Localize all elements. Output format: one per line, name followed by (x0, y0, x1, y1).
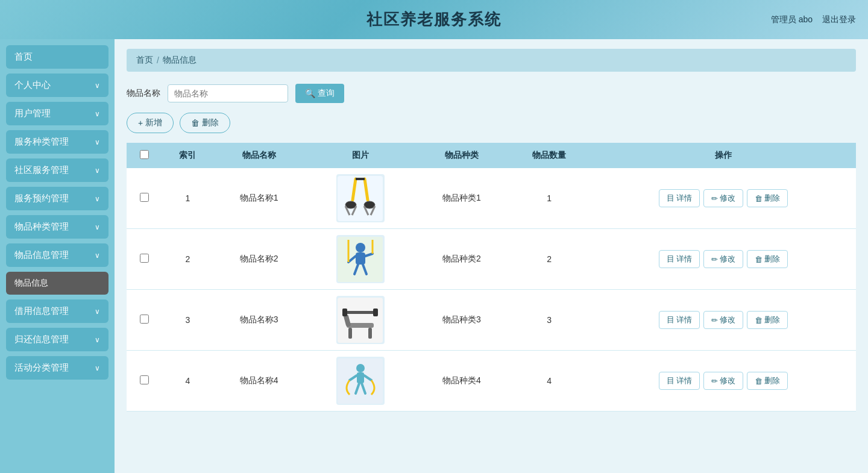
table-row: 4 物品名称4 物品种类4 4 目 详情 (127, 351, 856, 412)
chevron-down-icon: ∨ (95, 110, 100, 118)
sidebar-item-community-service[interactable]: 社区服务管理 ∨ (6, 158, 108, 182)
edit-button[interactable]: ✏ 修改 (703, 372, 743, 390)
col-category: 物品种类 (416, 143, 508, 168)
product-image (336, 357, 385, 405)
sidebar-item-label: 个人中心 (14, 80, 51, 91)
app-title: 社区养老服务系统 (366, 9, 502, 30)
chevron-down-icon: ∨ (95, 223, 100, 231)
chevron-down-icon: ∨ (95, 307, 100, 316)
sidebar-item-service-booking[interactable]: 服务预约管理 ∨ (6, 187, 108, 210)
row-delete-button[interactable]: 🗑 删除 (747, 372, 788, 390)
svg-rect-25 (342, 309, 347, 316)
sidebar-item-label: 首页 (14, 51, 33, 63)
search-bar: 物品名称 🔍 查询 (127, 84, 856, 103)
row-delete-button[interactable]: 🗑 删除 (747, 311, 788, 329)
svg-point-28 (356, 364, 365, 372)
edit-icon: ✏ (711, 194, 718, 203)
row-checkbox-cell (127, 290, 162, 351)
row-checkbox[interactable] (140, 193, 149, 202)
detail-label: 详情 (676, 193, 692, 204)
sidebar-item-return-info[interactable]: 归还信息管理 ∨ (6, 328, 108, 351)
detail-button[interactable]: 目 详情 (659, 250, 700, 268)
row-name: 物品名称1 (213, 168, 305, 229)
chevron-down-icon: ∨ (95, 166, 100, 175)
detail-button[interactable]: 目 详情 (659, 189, 700, 207)
delete-label: 删除 (202, 117, 219, 128)
sidebar-item-user-mgmt[interactable]: 用户管理 ∨ (6, 102, 108, 125)
sidebar-item-label: 社区服务管理 (14, 164, 69, 176)
add-label: 新增 (145, 117, 162, 128)
detail-button[interactable]: 目 详情 (659, 311, 700, 329)
row-image-cell (305, 351, 416, 412)
row-checkbox[interactable] (140, 375, 149, 384)
user-label: 管理员 abo (771, 14, 813, 25)
add-button[interactable]: + 新增 (127, 113, 174, 133)
edit-button[interactable]: ✏ 修改 (703, 250, 743, 268)
edit-button[interactable]: ✏ 修改 (703, 311, 743, 329)
edit-button[interactable]: ✏ 修改 (703, 189, 743, 207)
sidebar-item-personal[interactable]: 个人中心 ∨ (6, 74, 108, 97)
trash-icon: 🗑 (755, 377, 763, 386)
svg-rect-20 (347, 323, 374, 328)
sidebar-item-label: 服务种类管理 (14, 136, 69, 148)
row-actions-cell: 目 详情 ✏ 修改 🗑 删除 (591, 290, 856, 351)
edit-icon: ✏ (711, 255, 718, 264)
batch-delete-button[interactable]: 🗑 删除 (180, 113, 230, 133)
row-name: 物品名称2 (213, 229, 305, 290)
sidebar-sub-item-item-info[interactable]: 物品信息 (6, 272, 108, 295)
product-image (336, 235, 385, 283)
col-actions: 操作 (591, 143, 856, 168)
select-all-checkbox[interactable] (140, 150, 149, 159)
sidebar-item-home[interactable]: 首页 (6, 45, 108, 69)
row-delete-label: 删除 (764, 254, 780, 265)
edit-icon: ✏ (711, 316, 718, 325)
svg-rect-12 (356, 252, 365, 265)
main-layout: 首页 个人中心 ∨ 用户管理 ∨ 服务种类管理 ∨ 社区服务管理 ∨ 服务预约管… (0, 39, 868, 473)
row-quantity: 1 (508, 168, 591, 229)
sidebar-item-label: 借用信息管理 (14, 305, 69, 317)
breadcrumb-separator: / (157, 55, 159, 65)
trash-icon: 🗑 (755, 316, 763, 325)
row-delete-button[interactable]: 🗑 删除 (747, 250, 788, 268)
row-checkbox[interactable] (140, 254, 149, 263)
add-icon: + (138, 118, 143, 128)
sidebar-item-borrow-info[interactable]: 借用信息管理 ∨ (6, 299, 108, 323)
chevron-down-icon: ∨ (95, 364, 100, 372)
table-row: 3 物品名称3 物品种类3 3 目 详情 (127, 290, 856, 351)
sidebar-item-service-type[interactable]: 服务种类管理 ∨ (6, 130, 108, 154)
row-actions-cell: 目 详情 ✏ 修改 🗑 删除 (591, 351, 856, 412)
sidebar-item-label: 用户管理 (14, 108, 51, 119)
search-input[interactable] (168, 84, 288, 102)
product-image (336, 296, 385, 344)
main-content: 首页 / 物品信息 物品名称 🔍 查询 + 新增 🗑 删除 (115, 39, 868, 473)
sidebar-item-label: 归还信息管理 (14, 334, 69, 345)
sidebar-item-item-info[interactable]: 物品信息管理 ∨ (6, 243, 108, 267)
edit-icon: ✏ (711, 377, 718, 386)
sidebar-item-item-type[interactable]: 物品种类管理 ∨ (6, 215, 108, 239)
breadcrumb: 首页 / 物品信息 (127, 49, 856, 72)
sidebar: 首页 个人中心 ∨ 用户管理 ∨ 服务种类管理 ∨ 社区服务管理 ∨ 服务预约管… (0, 39, 115, 473)
detail-button[interactable]: 目 详情 (659, 372, 700, 390)
svg-rect-22 (368, 328, 372, 339)
row-name: 物品名称3 (213, 290, 305, 351)
data-table: 索引 物品名称 图片 物品种类 物品数量 操作 1 物品名称1 (127, 143, 856, 412)
sidebar-item-activity-type[interactable]: 活动分类管理 ∨ (6, 356, 108, 380)
search-icon: 🔍 (305, 89, 315, 98)
row-delete-button[interactable]: 🗑 删除 (747, 189, 788, 207)
detail-icon: 目 (667, 193, 675, 204)
detail-label: 详情 (676, 315, 692, 325)
detail-label: 详情 (676, 375, 692, 386)
action-bar: + 新增 🗑 删除 (127, 113, 856, 133)
breadcrumb-home[interactable]: 首页 (136, 55, 153, 66)
row-delete-label: 删除 (764, 315, 780, 325)
sidebar-sub-item-label: 物品信息 (14, 278, 48, 289)
row-category: 物品种类2 (416, 229, 508, 290)
search-button[interactable]: 🔍 查询 (295, 84, 344, 103)
trash-icon: 🗑 (755, 194, 763, 203)
svg-rect-21 (348, 328, 352, 339)
detail-icon: 目 (667, 315, 675, 325)
row-index: 2 (162, 229, 213, 290)
row-checkbox[interactable] (140, 315, 149, 324)
col-index: 索引 (162, 143, 213, 168)
logout-button[interactable]: 退出登录 (822, 14, 856, 25)
